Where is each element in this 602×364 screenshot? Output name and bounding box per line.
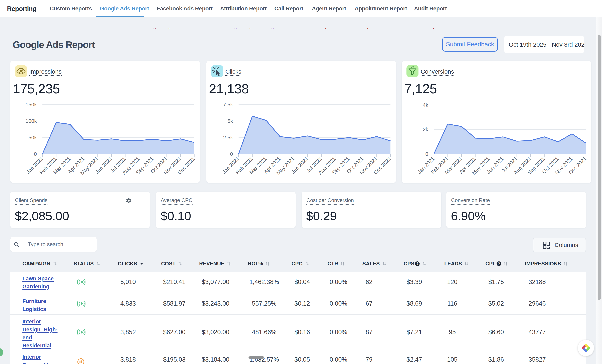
svg-text:2k: 2k xyxy=(423,126,429,132)
svg-text:4k: 4k xyxy=(423,102,429,108)
svg-text:100k: 100k xyxy=(26,118,37,124)
svg-text:5k: 5k xyxy=(227,118,233,124)
svg-text:50k: 50k xyxy=(28,135,37,141)
svg-text:0: 0 xyxy=(230,151,233,157)
svg-text:0: 0 xyxy=(34,151,37,157)
svg-text:0: 0 xyxy=(426,151,428,157)
svg-text:7.5k: 7.5k xyxy=(223,102,233,108)
svg-text:2.5k: 2.5k xyxy=(223,135,233,141)
svg-text:150k: 150k xyxy=(26,102,37,108)
